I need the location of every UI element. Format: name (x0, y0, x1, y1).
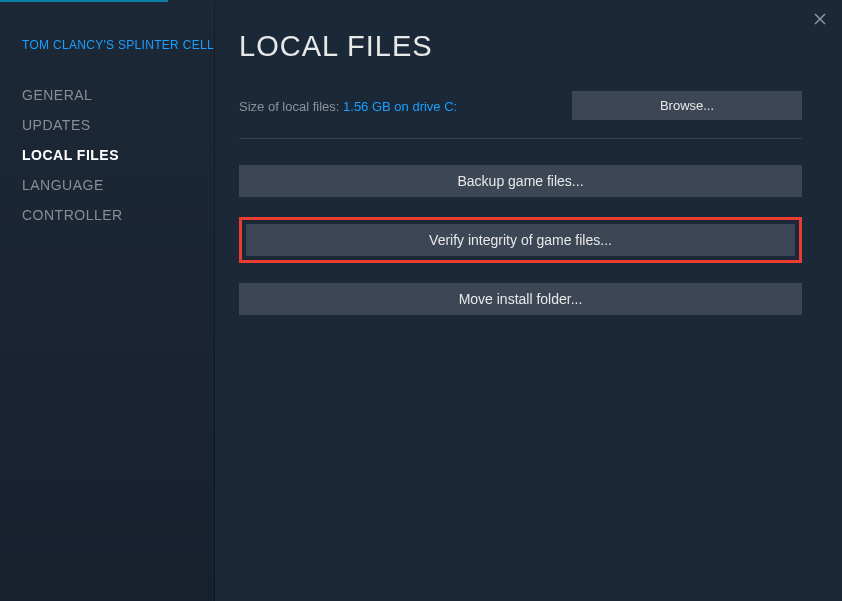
page-title: LOCAL FILES (239, 30, 802, 63)
sidebar: TOM CLANCY'S SPLINTER CELL GENERAL UPDAT… (0, 2, 215, 601)
main-panel: LOCAL FILES Size of local files: 1.56 GB… (215, 2, 842, 601)
sidebar-item-label: LOCAL FILES (22, 147, 119, 163)
sidebar-item-label: LANGUAGE (22, 177, 104, 193)
sidebar-item-general[interactable]: GENERAL (22, 80, 214, 110)
size-info-row: Size of local files: 1.56 GB on drive C:… (239, 91, 802, 120)
highlight-frame: Verify integrity of game files... (239, 217, 802, 263)
move-folder-button[interactable]: Move install folder... (239, 283, 802, 315)
close-icon (814, 12, 826, 28)
sidebar-item-local-files[interactable]: LOCAL FILES (22, 140, 214, 170)
close-button[interactable] (810, 8, 830, 32)
sidebar-item-label: GENERAL (22, 87, 92, 103)
top-accent-bar (0, 0, 842, 2)
verify-button[interactable]: Verify integrity of game files... (246, 224, 795, 256)
sidebar-item-language[interactable]: LANGUAGE (22, 170, 214, 200)
backup-button[interactable]: Backup game files... (239, 165, 802, 197)
divider (239, 138, 802, 139)
browse-button[interactable]: Browse... (572, 91, 802, 120)
sidebar-item-updates[interactable]: UPDATES (22, 110, 214, 140)
size-value-link[interactable]: 1.56 GB on drive C: (343, 99, 457, 114)
sidebar-item-label: UPDATES (22, 117, 91, 133)
game-title[interactable]: TOM CLANCY'S SPLINTER CELL (22, 38, 214, 52)
sidebar-item-controller[interactable]: CONTROLLER (22, 200, 214, 230)
size-label: Size of local files: (239, 99, 343, 114)
sidebar-item-label: CONTROLLER (22, 207, 123, 223)
